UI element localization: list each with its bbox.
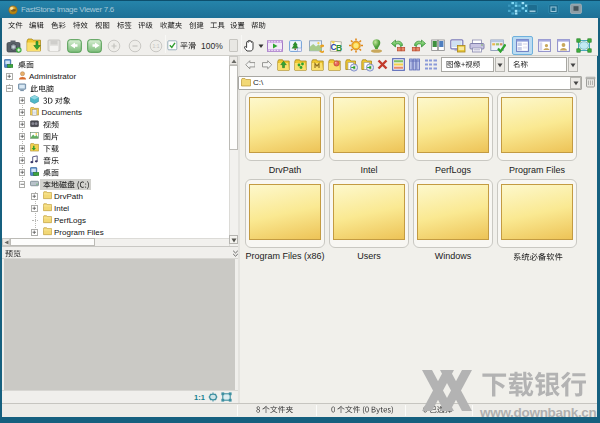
svg-text:1:1: 1:1 [153,43,160,49]
svg-text:B: B [336,43,342,53]
